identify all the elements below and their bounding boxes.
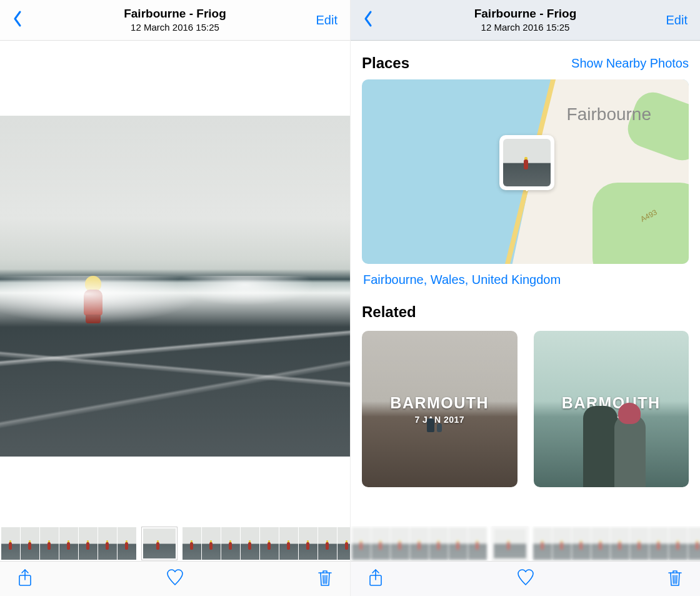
filmstrip-thumb[interactable] (572, 527, 591, 560)
filmstrip-thumb[interactable] (429, 527, 448, 560)
bottom-toolbar (0, 561, 350, 596)
svg-line-7 (673, 575, 674, 583)
main-photo[interactable] (0, 116, 350, 457)
filmstrip-thumb[interactable] (552, 527, 571, 560)
filmstrip-thumb[interactable] (241, 527, 259, 560)
filmstrip-thumb[interactable] (410, 527, 429, 560)
related-heading: Related (362, 303, 416, 321)
page-title: Fairbourne - Friog (351, 8, 700, 21)
related-card[interactable]: BARMOUTH 7 JAN 2017 (362, 331, 518, 487)
filmstrip-thumb[interactable] (1, 527, 20, 560)
filmstrip-thumb[interactable] (352, 527, 371, 560)
filmstrip-thumb[interactable] (202, 527, 221, 560)
edit-button[interactable]: Edit (661, 9, 692, 31)
filmstrip-thumb[interactable] (669, 527, 688, 560)
filmstrip-thumb[interactable] (449, 527, 468, 560)
filmstrip-thumb[interactable] (611, 527, 629, 560)
map-photo-pin[interactable] (499, 135, 554, 190)
filmstrip-thumb[interactable] (533, 527, 552, 560)
nav-bar: Fairbourne - Friog 12 March 2016 15:25 E… (351, 0, 700, 41)
filmstrip-thumb[interactable] (649, 527, 668, 560)
filmstrip-thumb[interactable] (182, 527, 201, 560)
filmstrip[interactable] (0, 526, 350, 561)
map-view[interactable]: A493 Fairbourne (362, 79, 689, 264)
filmstrip-thumb-selected[interactable] (492, 527, 528, 560)
photo-content[interactable] (0, 41, 350, 596)
map-town-label: Fairbourne (567, 104, 651, 124)
nav-bar: Fairbourne - Friog 12 March 2016 15:25 E… (0, 0, 350, 41)
delete-button[interactable] (314, 565, 336, 592)
filmstrip-thumb[interactable] (371, 527, 390, 560)
filmstrip-thumb[interactable] (318, 527, 337, 560)
page-subtitle: 12 March 2016 15:25 (351, 22, 700, 33)
svg-line-4 (327, 575, 328, 583)
filmstrip-thumb[interactable] (468, 527, 487, 560)
share-button[interactable] (364, 565, 387, 592)
filmstrip-thumb[interactable] (299, 527, 318, 560)
filmstrip-thumb[interactable] (98, 527, 117, 560)
filmstrip-thumb[interactable] (688, 527, 700, 560)
svg-line-2 (323, 575, 324, 583)
back-button[interactable] (358, 6, 378, 34)
photo-viewer-pane: Fairbourne - Friog 12 March 2016 15:25 E… (0, 0, 350, 596)
svg-line-9 (677, 575, 678, 583)
filmstrip-thumb[interactable] (591, 527, 610, 560)
edit-button[interactable]: Edit (311, 9, 342, 31)
share-button[interactable] (14, 565, 36, 592)
related-card[interactable]: BARMOUTH 4 JAN 2013 (534, 331, 689, 487)
show-nearby-link[interactable]: Show Nearby Photos (571, 56, 689, 71)
favorite-button[interactable] (164, 565, 186, 592)
details-content[interactable]: Places Show Nearby Photos A493 Fairbourn… (351, 41, 700, 596)
filmstrip-thumb[interactable] (21, 527, 39, 560)
filmstrip-thumb[interactable] (260, 527, 279, 560)
back-button[interactable] (8, 6, 28, 34)
photo-subject (81, 276, 106, 326)
filmstrip-thumb-selected[interactable] (142, 527, 177, 560)
delete-button[interactable] (664, 565, 686, 592)
filmstrip-thumb[interactable] (391, 527, 409, 560)
filmstrip-thumb[interactable] (118, 527, 136, 560)
bottom-toolbar (351, 561, 700, 596)
places-heading: Places (362, 54, 409, 72)
filmstrip-thumb[interactable] (59, 527, 78, 560)
related-card-title: BARMOUTH (390, 394, 489, 412)
location-link[interactable]: Fairbourne, Wales, United Kingdom (363, 273, 688, 287)
filmstrip-thumb[interactable] (40, 527, 59, 560)
photo-details-pane: Fairbourne - Friog 12 March 2016 15:25 E… (350, 0, 700, 596)
filmstrip-thumb[interactable] (630, 527, 649, 560)
filmstrip-thumb[interactable] (279, 527, 298, 560)
filmstrip[interactable] (351, 526, 700, 561)
favorite-button[interactable] (514, 565, 537, 592)
page-title: Fairbourne - Friog (0, 8, 350, 21)
page-subtitle: 12 March 2016 15:25 (0, 22, 350, 33)
filmstrip-thumb[interactable] (221, 527, 240, 560)
filmstrip-thumb[interactable] (79, 527, 98, 560)
filmstrip-thumb[interactable] (338, 527, 350, 560)
